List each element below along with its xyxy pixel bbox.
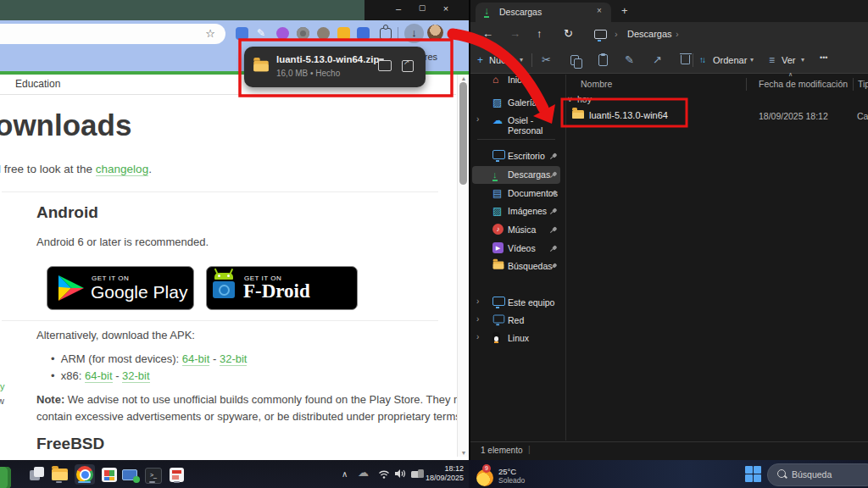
browser-menu-icon[interactable]: ⋮ [451, 26, 462, 39]
clock[interactable]: 18:12 18/09/2025 [426, 464, 464, 483]
paste-icon[interactable] [598, 54, 608, 66]
sort-button[interactable]: Ordenar [713, 55, 747, 65]
sidebar-item-descargas[interactable]: ↓ Descargas [472, 166, 560, 184]
this-pc-icon [492, 297, 505, 308]
wifi-icon[interactable] [378, 469, 390, 479]
pen-extension-icon[interactable]: ✎ [257, 27, 265, 39]
show-in-folder-button[interactable] [378, 60, 392, 71]
explorer-tab-descargas[interactable]: ↓ Descargas × [476, 3, 611, 22]
speaker-icon[interactable] [395, 469, 406, 479]
close-button[interactable]: × [437, 3, 454, 14]
extension-icon[interactable] [337, 27, 350, 40]
extension-icon[interactable] [317, 27, 330, 40]
fdroid-badge[interactable]: GET IT ON F-Droid [206, 266, 358, 310]
column-header-fecha[interactable]: Fecha de modificación [759, 79, 848, 89]
address-bar[interactable]: ☆ [0, 24, 225, 44]
arm-32bit-link[interactable]: 32-bit [220, 352, 248, 366]
file-row-luanti[interactable]: luanti-5.13.0-win64 18/09/2025 18:12 Car… [566, 105, 868, 125]
back-button[interactable]: ← [482, 27, 493, 40]
sidebar-item-label: Música [508, 225, 536, 235]
group-label-hoy[interactable]: hoy [577, 94, 592, 104]
view-button[interactable]: Ver [782, 55, 796, 65]
forward-button[interactable]: → [509, 27, 520, 40]
chrome-icon[interactable] [75, 464, 95, 485]
scrollbar-thumb[interactable] [459, 82, 467, 185]
sidebar-item-galeria[interactable]: ▨ Galería [472, 94, 560, 112]
weather-widget[interactable]: 9 25°C Soleado [473, 464, 549, 485]
this-pc-crumb-icon[interactable] [594, 30, 607, 39]
refresh-button[interactable]: ↻ [564, 27, 573, 40]
taskbar-search[interactable]: Búsqueda [767, 463, 868, 486]
terminal-icon[interactable]: >_ [142, 464, 163, 485]
group-chevron-icon[interactable]: ∨ [567, 95, 573, 103]
status-separator: | [528, 445, 531, 454]
tab-close-icon[interactable]: × [597, 6, 602, 15]
sidebar-item-videos[interactable]: ▶ Vídeos [472, 240, 560, 258]
sidebar-item-busquedas[interactable]: Búsquedas [472, 258, 560, 275]
nav-item-education[interactable]: Education [15, 78, 60, 90]
chevron-right-icon[interactable]: › [476, 297, 479, 306]
pc-app-icon[interactable] [120, 464, 140, 485]
sidebar-item-label: Linux [508, 333, 529, 343]
download-popup[interactable]: luanti-5.13.0-win64.zip 16,0 MB • Hecho … [244, 47, 426, 87]
scroll-up-icon[interactable]: ▲ [458, 75, 470, 81]
page-scrollbar[interactable]: ▲ ▼ [457, 75, 470, 457]
x86-64bit-link[interactable]: 64-bit [85, 369, 113, 383]
share-icon[interactable]: ↗ [653, 53, 662, 66]
tray-chevron-icon[interactable]: ∧ [342, 469, 348, 479]
delete-icon[interactable] [681, 55, 690, 64]
column-separator[interactable] [853, 78, 854, 91]
downloads-button[interactable]: ↓ [404, 24, 424, 43]
profile-avatar[interactable] [427, 25, 443, 41]
new-tab-button[interactable]: + [621, 4, 628, 17]
scroll-down-icon[interactable]: ▼ [458, 450, 470, 456]
minimize-button[interactable]: – [390, 3, 407, 14]
onedrive-tray-icon[interactable]: ☁ [358, 466, 369, 479]
sidebar-item-onedrive[interactable]: › ☁ Osiel - Personal [472, 112, 560, 130]
installer-app-icon[interactable] [167, 464, 187, 485]
sidebar-item-red[interactable]: › Red [472, 312, 560, 330]
site-content: Education ownloads l free to look at the… [0, 75, 469, 457]
column-header-tipo[interactable]: Tipo [858, 79, 868, 89]
new-item-plus-icon[interactable]: + [477, 54, 483, 66]
cut-icon[interactable]: ✂ [542, 53, 551, 66]
copy-icon[interactable] [570, 55, 579, 65]
taskbar-app-green[interactable] [0, 464, 17, 485]
sidebar-item-documentos[interactable]: ▤ Documentos [472, 185, 560, 202]
page-title: ownloads [0, 108, 131, 142]
file-explorer-icon[interactable] [49, 464, 70, 485]
task-view-icon[interactable] [26, 464, 47, 485]
sidebar-item-inicio[interactable]: ⌂ Inicio [472, 71, 560, 89]
arm-64bit-link[interactable]: 64-bit [182, 352, 210, 366]
extensions-puzzle-icon[interactable] [380, 28, 392, 40]
bookmark-star-icon[interactable]: ☆ [205, 27, 215, 40]
breadcrumb-descargas[interactable]: Descargas [627, 29, 672, 39]
sidebar-item-imagenes[interactable]: ▨ Imágenes [472, 202, 560, 220]
more-options-button[interactable]: ••• [820, 53, 827, 62]
rename-icon[interactable]: ✎ [625, 53, 634, 66]
sidebar-item-musica[interactable]: ♪ Música [472, 221, 560, 239]
sidebar-item-este-equipo[interactable]: › Este equipo [472, 294, 560, 312]
column-header-nombre[interactable]: Nombre [581, 79, 612, 89]
chevron-right-icon[interactable]: › [476, 332, 479, 341]
restore-button[interactable]: ▢ [414, 3, 431, 12]
weather-badge: 9 [482, 464, 491, 473]
extension-icon[interactable] [297, 27, 309, 40]
column-separator[interactable] [746, 78, 747, 91]
device-tray-icon[interactable] [411, 469, 424, 478]
extension-icon[interactable] [276, 27, 289, 40]
sidebar-item-escritorio[interactable]: Escritorio [472, 147, 560, 165]
google-play-badge[interactable]: GET IT ON Google Play [47, 266, 194, 310]
sidebar-item-linux[interactable]: › Linux [472, 330, 560, 347]
microsoft-store-icon[interactable] [99, 464, 120, 485]
extension-icon[interactable] [357, 27, 370, 40]
chevron-right-icon[interactable]: › [476, 314, 479, 324]
up-button[interactable]: ↑ [537, 27, 542, 40]
clipped-sidebar-link[interactable]: ty [0, 381, 5, 391]
chevron-right-icon[interactable]: › [476, 114, 479, 124]
start-button[interactable] [745, 466, 761, 482]
new-item-button[interactable]: Nuevo [489, 55, 516, 65]
x86-32bit-link[interactable]: 32-bit [122, 369, 150, 383]
extension-icon[interactable] [236, 27, 248, 40]
changelog-link[interactable]: changelog [96, 163, 148, 176]
